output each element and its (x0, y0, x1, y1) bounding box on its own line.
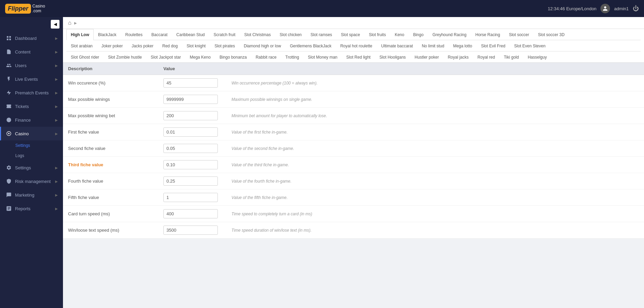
sidebar-item-reports[interactable]: Reports ▶ (0, 202, 63, 215)
svg-marker-4 (7, 90, 11, 95)
tab-royal-jacks[interactable]: Royal jacks (443, 51, 473, 63)
sidebar-toggle-button[interactable]: ◀ (51, 20, 60, 29)
sidebar-subitem-settings[interactable]: Settings (0, 140, 63, 151)
tab-slot-jackpot-star[interactable]: Slot Jackpot star (146, 51, 186, 63)
tab-slot-fruits[interactable]: Slot fruits (365, 29, 390, 40)
sidebar-sublabel-logs: Logs (15, 153, 24, 158)
tab-slot-ghost-rider[interactable]: Slot Ghost rider (66, 51, 103, 63)
row-description-max-possible-winnings: Max possible winings (63, 91, 158, 108)
input-second-fiche-value[interactable] (163, 144, 218, 153)
row-description-winloose-text-speed: Win/loose text speed (ms) (63, 222, 158, 238)
sidebar-item-users[interactable]: Users ▶ (0, 59, 63, 72)
tab-royal-hot-roulette[interactable]: Royal hot roulette (336, 40, 377, 51)
tab-caribbean-stud[interactable]: Caribbean Stud (172, 29, 209, 40)
tab-mega-keno[interactable]: Mega Keno (185, 51, 215, 63)
sidebar-arrow-reports: ▶ (55, 207, 58, 211)
logo: Flipper Casino.com (5, 4, 45, 14)
sidebar-label-dashboard: Dashboard (15, 36, 37, 41)
table-row: Win occurence (%)Win occurrence percenta… (63, 75, 644, 91)
tab-red-dog[interactable]: Red dog (158, 40, 182, 51)
topbar-right: 12:34:46 Europe/London admin1 ⏻ (548, 4, 639, 13)
tab-slot-ramses[interactable]: Slot ramses (306, 29, 336, 40)
input-third-fiche-value[interactable] (163, 160, 218, 169)
tab-slot-pirates[interactable]: Slot pirates (210, 40, 239, 51)
tab-slot-chicken[interactable]: Slot chicken (275, 29, 306, 40)
sidebar-item-marketing[interactable]: Marketing ▶ (0, 188, 63, 202)
tab-slot-red-light[interactable]: Slot Red light (342, 51, 375, 63)
tab-rabbit-race[interactable]: Rabbit race (251, 51, 281, 63)
sidebar-label-users: Users (15, 63, 27, 68)
tab-greyhound-racing[interactable]: Greyhound Racing (428, 29, 471, 40)
tab-baccarat[interactable]: Baccarat (147, 29, 172, 40)
tab-mega-lotto[interactable]: Mega lotto (449, 40, 477, 51)
tab-hustler-poker[interactable]: Hustler poker (410, 51, 443, 63)
input-card-turn-speed[interactable] (163, 209, 218, 218)
tab-slot-money-man[interactable]: Slot Money man (304, 51, 342, 63)
tab-slot-zombie-hustle[interactable]: Slot Zombie hustle (103, 51, 146, 63)
input-win-occurrence[interactable] (163, 78, 218, 88)
input-max-possible-winnings[interactable] (163, 95, 218, 104)
sidebar-item-prematch-events[interactable]: Prematch Events ▶ (0, 86, 63, 99)
sidebar-item-risk-management[interactable]: Risk management ▶ (0, 174, 63, 188)
row-help-third-fiche-value: Value of the third fiche in-game. (226, 157, 644, 173)
table-row: Second fiche valueValue of the second fi… (63, 140, 644, 157)
sidebar-arrow-casino: ▶ (55, 132, 58, 136)
sidebar-label-live-events: Live Events (15, 77, 38, 82)
sidebar-item-finance[interactable]: Finance ▶ (0, 113, 63, 127)
logout-icon[interactable]: ⏻ (633, 5, 639, 12)
tab-trotting[interactable]: Trotting (281, 51, 303, 63)
tab-bingo-bonanza[interactable]: Bingo bonanza (215, 51, 251, 63)
tab-slot-even-steven[interactable]: Slot Even Steven (510, 40, 550, 51)
tab-bingo[interactable]: Bingo (409, 29, 428, 40)
sidebar-arrow-tickets: ▶ (55, 105, 58, 108)
tab-ultimate-baccarat[interactable]: Ultimate baccarat (377, 40, 417, 51)
input-first-fiche-value[interactable] (163, 127, 218, 137)
tab-gentlemens-blackjack[interactable]: Gentlemens BlackJack (286, 40, 336, 51)
input-fifth-fiche-value[interactable] (163, 193, 218, 202)
tab-slot-evil-fred[interactable]: Slot Evil Fred (477, 40, 510, 51)
tab-hasselguy[interactable]: Hasselguy (523, 51, 551, 63)
tab-slot-hooligans[interactable]: Slot Hooligans (375, 51, 410, 63)
tab-joker-poker[interactable]: Joker poker (97, 40, 127, 51)
tab-slot-soccer-3d[interactable]: Slot soccer 3D (534, 29, 569, 40)
sidebar-item-tickets[interactable]: Tickets ▶ (0, 99, 63, 113)
row-value-cell-max-possible-winnings (158, 91, 226, 108)
tab-blackjack[interactable]: BlackJack (94, 29, 121, 40)
sidebar-sublabel-settings: Settings (15, 143, 30, 148)
input-winloose-text-speed[interactable] (163, 226, 218, 235)
sidebar: ◀ Dashboard ▶ Content ▶ Users ▶ (0, 17, 63, 308)
tab-royal-red[interactable]: Royal red (473, 51, 499, 63)
input-max-possible-wining-bet[interactable] (163, 111, 218, 120)
sidebar-item-casino[interactable]: Casino ▶ (0, 127, 63, 140)
row-description-first-fiche-value: First fiche value (63, 124, 158, 140)
tab-horse-racing[interactable]: Horse Racing (471, 29, 504, 40)
breadcrumb-home-icon[interactable]: ⌂ (68, 20, 71, 26)
tab-diamond-high-or-low[interactable]: Diamond high or low (239, 40, 285, 51)
sidebar-subitem-logs[interactable]: Logs (0, 151, 63, 161)
tab-keno[interactable]: Keno (390, 29, 409, 40)
tab-no-limit-stud[interactable]: No limit stud (417, 40, 449, 51)
tab-high-low[interactable]: High Low (66, 29, 94, 40)
sidebar-label-casino: Casino (15, 131, 29, 136)
tab-jacks-poker[interactable]: Jacks poker (127, 40, 158, 51)
tab-tiki-gold[interactable]: Tiki gold (499, 51, 523, 63)
tab-slot-space[interactable]: Slot space (337, 29, 365, 40)
tab-slot-christmas[interactable]: Slot Christmas (240, 29, 275, 40)
row-value-cell-max-possible-wining-bet (158, 108, 226, 124)
tab-slot-arabian[interactable]: Slot arabian (66, 40, 97, 51)
table-header-row: Description Value (63, 63, 644, 75)
tab-slot-soccer[interactable]: Slot soccer (504, 29, 533, 40)
tab-slot-knight[interactable]: Slot knight (182, 40, 210, 51)
settings-table: Description Value Win occurence (%)Win o… (63, 63, 644, 238)
sidebar-item-dashboard[interactable]: Dashboard ▶ (0, 31, 63, 45)
input-fourth-fiche-value[interactable] (163, 176, 218, 186)
tab-roulettes[interactable]: Roulettes (121, 29, 147, 40)
sidebar-label-reports: Reports (15, 206, 31, 211)
sidebar-label-content: Content (15, 49, 31, 55)
sidebar-item-settings[interactable]: Settings ▶ (0, 161, 63, 174)
sidebar-arrow-risk-management: ▶ (55, 180, 58, 183)
tab-scratch-fruit[interactable]: Scratch fruit (209, 29, 240, 40)
sidebar-item-live-events[interactable]: Live Events ▶ (0, 72, 63, 86)
sidebar-item-content[interactable]: Content ▶ (0, 45, 63, 59)
table-row: Fourth fiche valueValue of the fourth fi… (63, 173, 644, 189)
